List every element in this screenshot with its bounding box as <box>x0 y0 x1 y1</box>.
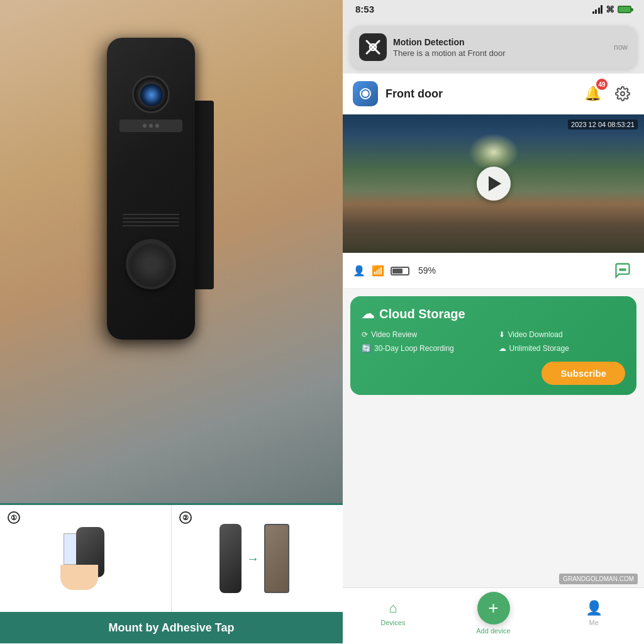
battery-status-icon <box>618 6 631 13</box>
speaker-grille <box>123 214 179 233</box>
app-content: Front door 🔔 49 2023 12 04 08:53:21 <box>343 74 644 587</box>
storage-icon: ☁ <box>499 344 506 353</box>
status-row: 👤 📶 59% <box>343 253 644 289</box>
devices-label: Devices <box>380 619 405 626</box>
home-icon: ⌂ <box>389 600 397 616</box>
left-panel: ① ② → Mount by Adhesive Tap <box>0 0 343 644</box>
device-name: Front door <box>386 87 574 101</box>
sensor-bar <box>119 119 182 132</box>
bottom-nav: ⌂ Devices + Add device 👤 Me <box>343 587 644 644</box>
door-frame-icon <box>264 524 289 593</box>
cloud-storage-card: ☁ Cloud Storage ⟳ Video Review ⬇ Video D… <box>350 296 636 395</box>
video-container[interactable]: 2023 12 04 08:53:21 <box>343 114 644 253</box>
speaker-line <box>123 214 179 215</box>
add-device-label: Add device <box>476 627 510 635</box>
sensor-dot <box>149 124 153 128</box>
device-door-icon <box>219 524 242 593</box>
video-review-icon: ⟳ <box>362 330 368 339</box>
feature-video-review: ⟳ Video Review <box>362 330 489 339</box>
instruction-step-2: ② → <box>172 505 343 612</box>
nav-add-device[interactable]: + Add device <box>443 592 544 635</box>
person-icon: 👤 <box>353 265 365 277</box>
hand-icon <box>60 565 98 590</box>
video-timestamp: 2023 12 04 08:53:21 <box>568 119 638 130</box>
svg-point-5 <box>621 92 625 96</box>
gear-icon <box>615 86 630 101</box>
camera-lens <box>132 75 170 113</box>
sensor-dot <box>143 124 147 128</box>
speaker-line <box>123 221 179 223</box>
svg-point-7 <box>622 269 623 270</box>
instruction-step-1: ① <box>0 505 172 612</box>
cloud-storage-title: ☁ Cloud Storage <box>362 306 625 321</box>
instruction-panel: ① ② → Mount by Adhesive Tap <box>0 503 343 644</box>
notification-banner[interactable]: Motion Detection There is a motion at Fr… <box>350 26 636 69</box>
subscribe-button[interactable]: Subscribe <box>541 362 625 385</box>
feature-unlimited-storage: ☁ Unlimited Storage <box>499 344 626 353</box>
play-button[interactable] <box>477 167 511 201</box>
signal-icon <box>592 5 603 14</box>
notification-text-block: Motion Detection There is a motion at Fr… <box>393 37 608 58</box>
svg-point-6 <box>619 269 621 270</box>
badge-count: 49 <box>596 79 608 90</box>
device-icon <box>353 81 378 106</box>
doorbell-body <box>107 38 195 340</box>
loop-icon: 🔄 <box>362 344 371 353</box>
battery-bar <box>391 267 409 275</box>
notification-time: now <box>614 43 628 52</box>
doorbell-device <box>101 38 201 365</box>
battery-fill <box>392 269 402 274</box>
settings-button[interactable] <box>611 82 634 105</box>
notification-body: There is a motion at Front door <box>393 48 608 58</box>
instruction-title-text: Mount by Adhesive Tap <box>108 621 234 635</box>
wifi-icon: ⌘ <box>606 4 614 14</box>
plus-icon: + <box>488 598 498 618</box>
app-icon <box>359 33 387 61</box>
status-bar: 8:53 ⌘ <box>343 0 644 16</box>
device-header: Front door 🔔 49 <box>343 74 644 114</box>
chat-icon <box>614 262 631 279</box>
cloud-icon: ☁ <box>362 306 374 321</box>
step2-image: → <box>219 521 295 596</box>
battery-indicator <box>391 265 412 276</box>
step1-image <box>60 527 111 590</box>
bar1 <box>592 11 594 14</box>
add-device-button[interactable]: + <box>477 592 510 625</box>
nav-devices[interactable]: ⌂ Devices <box>343 600 443 626</box>
step-number-1: ① <box>8 511 20 524</box>
app-logo-icon <box>364 38 382 56</box>
svg-point-3 <box>362 91 369 97</box>
person-nav-icon: 👤 <box>586 600 602 616</box>
right-panel: 8:53 ⌘ Motion Detection There is a motio… <box>343 0 644 644</box>
nav-me[interactable]: 👤 Me <box>543 600 644 626</box>
download-icon: ⬇ <box>499 330 505 339</box>
doorbell-button[interactable] <box>126 239 176 289</box>
camera-icon <box>358 86 373 101</box>
notifications-button[interactable]: 🔔 49 <box>581 82 604 105</box>
chat-button[interactable] <box>611 259 634 282</box>
svg-point-8 <box>624 269 625 270</box>
me-label: Me <box>589 619 599 626</box>
speaker-line <box>123 218 179 219</box>
arrow-icon: → <box>247 552 259 566</box>
bar3 <box>598 8 600 14</box>
feature-video-download: ⬇ Video Download <box>499 330 626 339</box>
time-display: 8:53 <box>355 4 374 14</box>
instruction-images: ① ② → <box>0 505 343 612</box>
doorbell-photo <box>0 0 343 503</box>
sensor-dot <box>155 124 159 128</box>
battery-percentage: 59% <box>418 265 605 275</box>
watermark: GRANDGOLDMAN.COM <box>559 574 638 584</box>
speaker-line <box>123 225 179 226</box>
feature-loop-recording: 🔄 30-Day Loop Recording <box>362 344 489 353</box>
wifi-status-icon: 📶 <box>372 265 384 277</box>
status-icons: ⌘ <box>592 4 632 14</box>
step-number-2: ② <box>179 511 192 524</box>
bar2 <box>595 9 597 14</box>
cloud-features: ⟳ Video Review ⬇ Video Download 🔄 30-Day… <box>362 330 625 353</box>
instruction-title: Mount by Adhesive Tap <box>0 612 343 643</box>
play-icon <box>489 176 501 191</box>
bar4 <box>601 5 602 14</box>
video-light <box>469 133 519 171</box>
notification-title: Motion Detection <box>393 37 608 47</box>
